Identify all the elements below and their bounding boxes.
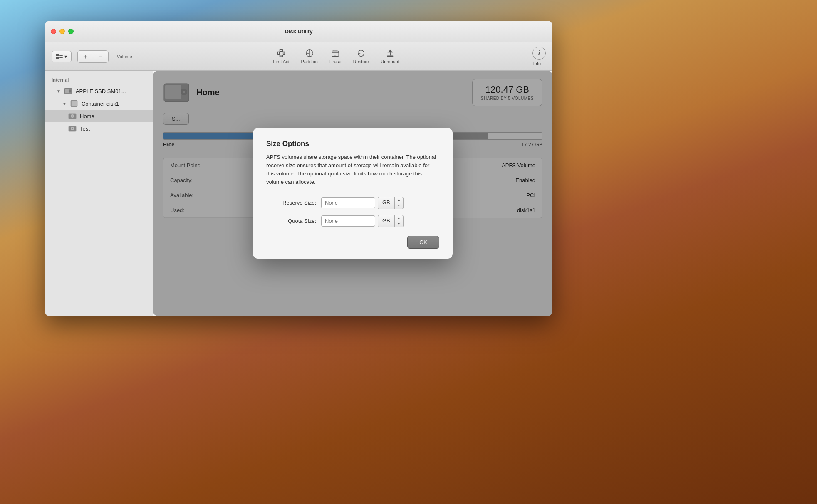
- modal-description: APFS volumes share storage space within …: [266, 153, 439, 187]
- quota-unit-select[interactable]: GB ▲ ▼: [378, 215, 404, 227]
- info-section: i Info: [528, 47, 546, 66]
- restore-button[interactable]: Restore: [347, 47, 375, 66]
- erase-button[interactable]: Erase: [324, 47, 347, 66]
- add-volume-button[interactable]: ＋: [78, 51, 93, 62]
- erase-label: Erase: [329, 59, 342, 64]
- volume-icon-test: [68, 124, 77, 133]
- modal-buttons: OK: [266, 236, 439, 249]
- svg-rect-8: [387, 56, 393, 57]
- erase-icon: [331, 49, 340, 58]
- sidebar-item-test[interactable]: Test: [45, 122, 153, 135]
- restore-label: Restore: [353, 59, 369, 64]
- add-icon: ＋: [82, 53, 89, 60]
- reserve-unit-up[interactable]: ▲: [395, 197, 403, 203]
- chevron-down-icon: ▼: [62, 101, 67, 106]
- partition-icon: [305, 49, 314, 58]
- svg-rect-11: [65, 89, 69, 93]
- traffic-lights: [51, 29, 74, 34]
- partition-label: Partition: [301, 59, 318, 64]
- svg-rect-2: [59, 55, 63, 56]
- sidebar-item-apple-ssd[interactable]: ▼ APPLE SSD SM01...: [45, 85, 153, 97]
- quota-unit-label: GB: [378, 215, 394, 227]
- minimize-button[interactable]: [59, 29, 65, 34]
- remove-volume-button[interactable]: －: [93, 51, 108, 62]
- svg-rect-15: [72, 101, 77, 106]
- sidebar-item-label: APPLE SSD SM01...: [76, 88, 126, 94]
- unmount-icon: [386, 49, 395, 58]
- reserve-unit-select[interactable]: GB ▲ ▼: [378, 197, 404, 209]
- reserve-size-label: Reserve Size:: [266, 200, 316, 206]
- view-icon: [56, 54, 63, 59]
- sidebar-section-internal: Internal: [45, 76, 153, 85]
- svg-rect-1: [59, 54, 63, 54]
- first-aid-label: First Aid: [273, 59, 290, 64]
- disk-utility-window: Disk Utility ▾ ＋ －: [45, 21, 552, 316]
- reserve-unit-label: GB: [378, 197, 394, 209]
- view-button-group: ▾: [52, 51, 72, 62]
- quota-size-row: Quota Size: GB ▲ ▼: [266, 215, 439, 227]
- reserve-size-input[interactable]: [321, 197, 375, 208]
- ok-button[interactable]: OK: [407, 236, 439, 249]
- window-title: Disk Utility: [285, 28, 312, 35]
- volume-button-group: ＋ －: [77, 50, 109, 63]
- sidebar-item-label: Container disk1: [82, 101, 119, 107]
- svg-rect-5: [59, 59, 63, 59]
- first-aid-icon: [277, 49, 286, 58]
- maximize-button[interactable]: [68, 29, 74, 34]
- container-icon: [70, 99, 78, 108]
- view-label: ▾: [64, 54, 67, 59]
- unmount-label: Unmount: [381, 59, 399, 64]
- svg-rect-4: [59, 57, 63, 58]
- svg-rect-0: [56, 54, 59, 56]
- svg-point-21: [72, 128, 73, 129]
- reserve-unit-arrows: ▲ ▼: [394, 197, 403, 209]
- title-bar: Disk Utility: [45, 21, 552, 42]
- reserve-size-row: Reserve Size: GB ▲ ▼: [266, 197, 439, 209]
- svg-rect-9: [390, 52, 391, 55]
- reserve-unit-down[interactable]: ▼: [395, 203, 403, 209]
- modal-title: Size Options: [266, 140, 439, 148]
- first-aid-button[interactable]: First Aid: [267, 47, 295, 66]
- sidebar-item-container[interactable]: ▼ Container disk1: [45, 97, 153, 110]
- volume-label: Volume: [117, 54, 132, 59]
- quota-unit-down[interactable]: ▼: [395, 221, 403, 227]
- quota-size-input[interactable]: [321, 215, 375, 227]
- svg-rect-3: [56, 57, 59, 59]
- quota-size-label: Quota Size:: [266, 218, 316, 224]
- remove-icon: －: [97, 53, 104, 60]
- info-label: Info: [533, 61, 541, 66]
- size-options-modal: Size Options APFS volumes share storage …: [253, 128, 453, 259]
- sidebar-item-label: Home: [80, 113, 94, 119]
- chevron-down-icon: ▼: [57, 89, 61, 94]
- svg-rect-7: [332, 51, 339, 57]
- sidebar: Internal ▼ APPLE SSD SM01... ▼: [45, 71, 153, 316]
- svg-point-13: [70, 91, 71, 91]
- sidebar-item-home[interactable]: Home: [45, 110, 153, 122]
- info-button[interactable]: i: [532, 47, 546, 60]
- modal-overlay: Size Options APFS volumes share storage …: [153, 71, 552, 316]
- toolbar: ▾ ＋ － Volume First Aid: [45, 42, 552, 71]
- volume-icon: [68, 112, 77, 120]
- disk-drive-icon: [64, 87, 72, 95]
- quota-unit-up[interactable]: ▲: [395, 215, 403, 222]
- unmount-button[interactable]: Unmount: [375, 47, 405, 66]
- svg-point-18: [72, 116, 73, 117]
- main-content: Internal ▼ APPLE SSD SM01... ▼: [45, 71, 552, 316]
- sidebar-item-label: Test: [80, 126, 90, 132]
- partition-button[interactable]: Partition: [295, 47, 324, 66]
- close-button[interactable]: [51, 29, 56, 34]
- restore-icon: [357, 49, 366, 58]
- right-panel: Home 120.47 GB SHARED BY 5 VOLUMES S...: [153, 71, 552, 316]
- view-button[interactable]: ▾: [52, 51, 71, 62]
- quota-unit-arrows: ▲ ▼: [394, 215, 403, 227]
